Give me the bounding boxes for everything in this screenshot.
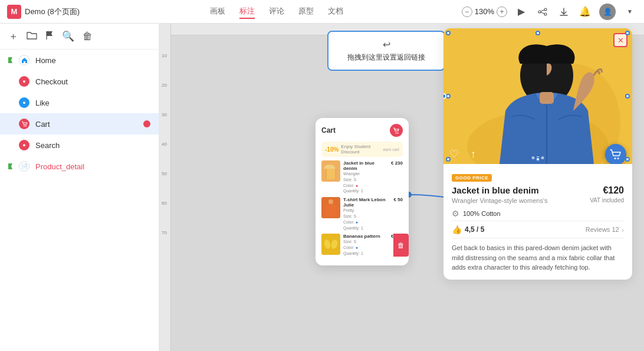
search-page-icon: ●	[19, 140, 29, 150]
product-actions-bar: ♡ ↑	[449, 147, 476, 160]
product-image-area: ✕ ♡ ↑	[443, 28, 632, 164]
add-page-icon[interactable]: ＋	[8, 29, 18, 43]
share-button[interactable]	[535, 5, 550, 19]
product-feature: ⚙ 100% Cotton	[452, 209, 624, 218]
product-panel: ✕ ♡ ↑	[443, 28, 632, 280]
sel-handle-br[interactable]	[625, 157, 630, 162]
ruler-mark-30: 30	[162, 112, 167, 117]
cart-fab-button[interactable]	[605, 144, 626, 164]
product-vat: VAT included	[590, 197, 624, 204]
cart-item-img-2	[321, 234, 340, 255]
sidebar-toolbar: ＋ 🔍 🗑	[0, 24, 159, 50]
rating-left: 👍 4,5 / 5	[452, 225, 484, 234]
flag-icon[interactable]	[45, 31, 54, 42]
share-product-icon[interactable]: ↑	[471, 148, 476, 160]
zoom-control: − 130% +	[462, 6, 507, 17]
thumbs-up-icon: 👍	[452, 225, 462, 234]
home-page-icon	[19, 55, 29, 65]
cart-item-name-0: Jacket in blue denim	[343, 160, 388, 171]
sidebar-item-home[interactable]: Home	[0, 50, 159, 71]
sidebar-item-search[interactable]: ● Search	[0, 135, 159, 156]
flag-icon-like	[8, 100, 13, 106]
tab-biaozu[interactable]: 标注	[239, 5, 255, 19]
tab-pinglun[interactable]: 评论	[269, 5, 284, 19]
product-title: Jacket in blue denim	[452, 185, 539, 195]
discount-text: Enjoy Student Discount	[341, 144, 380, 155]
download-button[interactable]	[557, 5, 571, 19]
sel-handle-tl[interactable]	[446, 31, 451, 35]
chevron-right-icon: ›	[622, 225, 624, 234]
sidebar-items: Home ● Checkout ● Like	[0, 50, 159, 351]
back-link-tooltip: ↩ 拖拽到这里设置返回链接	[327, 31, 445, 71]
sidebar-item-product-detail[interactable]: 📄 Product_detail	[0, 156, 159, 177]
tab-yuanxing[interactable]: 原型	[298, 5, 314, 19]
svg-rect-15	[325, 204, 337, 216]
back-tooltip-text: 拖拽到这里设置返回链接	[338, 53, 435, 63]
sidebar-item-like[interactable]: ● Like	[0, 92, 159, 113]
product-description: Get back to basics in this pared-down de…	[452, 243, 624, 273]
svg-point-27	[617, 158, 619, 159]
svg-point-2	[538, 11, 541, 13]
canvas-area[interactable]: 10 20 30 40 50 60 70 ↩ 拖拽到这里设置返回链接 Cart …	[159, 24, 644, 351]
sel-handle-mr[interactable]	[625, 94, 630, 99]
sel-handle-ml[interactable]	[446, 94, 451, 99]
zoom-in-button[interactable]: +	[497, 6, 507, 17]
svg-rect-12	[326, 169, 336, 179]
sidebar-item-cart[interactable]: Cart	[0, 113, 159, 135]
sidebar-item-checkout[interactable]: ● Checkout	[0, 71, 159, 92]
cart-item-name-1: T-shirt Mark Lebon Julie	[343, 197, 390, 208]
nav-dot-0[interactable]	[532, 156, 535, 159]
svg-point-9	[396, 132, 397, 133]
sel-handle-bl[interactable]	[446, 157, 451, 162]
product-subtitle-row: Wrangler Vintage-style womens's VAT incl…	[452, 197, 624, 204]
heart-icon[interactable]: ♡	[449, 147, 459, 160]
folder-icon[interactable]	[27, 31, 37, 42]
cart-item-details-0: Wrangler Size: S Color: ● Quantity: 1	[343, 171, 388, 194]
delete-icon[interactable]: 🗑	[83, 31, 93, 42]
cart-item-price-0: € 230	[391, 160, 403, 166]
sel-handle-tm[interactable]	[535, 31, 540, 35]
sidebar-item-like-label: Like	[35, 99, 150, 107]
flag-icon-search	[8, 142, 13, 148]
nav-dot-2[interactable]	[541, 156, 544, 159]
product-badge: GOOD PRICE	[452, 174, 492, 182]
avatar[interactable]: 👤	[599, 4, 616, 20]
discount-pct: -10%	[325, 146, 339, 153]
sidebar-item-cart-label: Cart	[35, 120, 137, 129]
product-close-button[interactable]: ✕	[613, 33, 627, 47]
tab-wendang[interactable]: 文档	[328, 5, 343, 19]
svg-rect-25	[540, 92, 554, 104]
sel-handle-bm[interactable]	[535, 157, 540, 162]
rating-value: 4,5 / 5	[465, 225, 484, 234]
cart-page-icon	[19, 119, 29, 129]
flag-icon-cart	[8, 121, 13, 127]
zoom-out-button[interactable]: −	[462, 6, 472, 17]
cart-item-name-2: Bananas pattern	[343, 234, 388, 239]
ruler-mark-10: 10	[162, 53, 167, 58]
reviews-area[interactable]: Reviews 12 ›	[586, 225, 624, 234]
cart-popup: Cart -10% Enjoy Student Discount earn ca…	[316, 118, 409, 265]
logo-area: M Demo (8个页面)	[7, 5, 80, 19]
tab-huaban[interactable]: 画板	[210, 5, 225, 19]
play-button[interactable]: ▶	[514, 5, 528, 19]
cart-item-price-1: € 50	[393, 197, 403, 202]
cart-popup-icon[interactable]	[390, 124, 403, 137]
dropdown-button[interactable]: ▼	[623, 5, 637, 19]
cart-item-info-2: Bananas pattern Size: S Color: ● Quantit…	[343, 234, 388, 256]
cart-item-img-0	[321, 160, 340, 182]
ruler-mark-50: 50	[162, 171, 167, 176]
flag-icon-product	[8, 163, 13, 169]
search-sidebar-icon[interactable]: 🔍	[62, 30, 74, 42]
product-rating-row: 👍 4,5 / 5 Reviews 12 ›	[452, 221, 624, 238]
svg-point-7	[24, 126, 25, 127]
cart-item-info-1: T-shirt Mark Lebon Julie Pretty Size: S …	[343, 197, 390, 231]
cart-popup-header: Cart	[321, 124, 403, 137]
delete-button[interactable]: 🗑	[393, 234, 409, 256]
cotton-icon: ⚙	[452, 209, 459, 218]
sel-handle-tr[interactable]	[625, 31, 630, 35]
sidebar-item-checkout-label: Checkout	[35, 77, 150, 86]
cart-item-1: T-shirt Mark Lebon Julie Pretty Size: S …	[321, 197, 403, 231]
notification-button[interactable]: 🔔	[578, 5, 592, 19]
cart-item-details-1: Pretty Size: S Color: ● Quantity: 1	[343, 208, 390, 231]
main-layout: ＋ 🔍 🗑 Home ● Che	[0, 24, 644, 351]
